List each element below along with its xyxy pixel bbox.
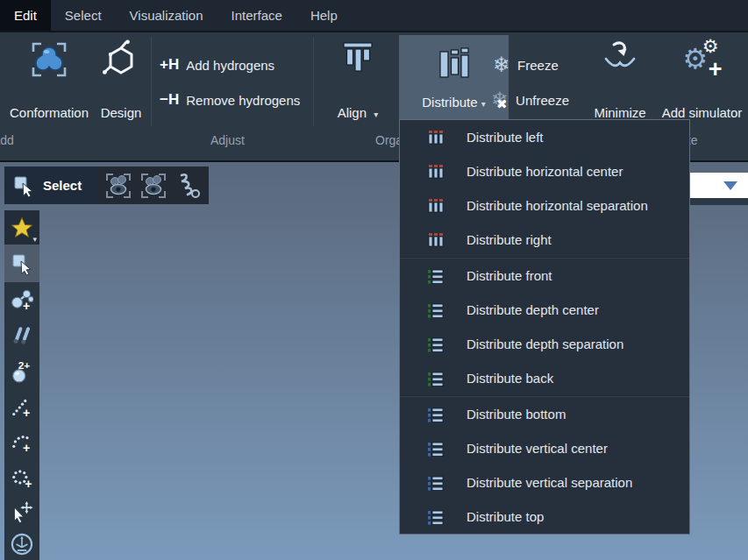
- distribute-label: Distribute ▾: [422, 95, 486, 110]
- distribute-vertical-icon: [426, 473, 445, 493]
- select-tool[interactable]: [4, 245, 39, 282]
- align-dropdown-arrow[interactable]: ▾: [374, 110, 378, 119]
- menu-item-label: Distribute vertical separation: [467, 475, 632, 490]
- menu-item-distribute-horizontal-center[interactable]: Distribute horizontal center: [400, 154, 689, 188]
- add-simulator-label: Add simulator: [662, 105, 743, 120]
- tab-select[interactable]: Select: [51, 0, 116, 31]
- tool-sidebar: ▾ +: [4, 210, 39, 560]
- distribute-vertical-icon: [426, 507, 445, 527]
- design-label: Design: [101, 105, 142, 120]
- ribbon-separator: [151, 37, 152, 126]
- add-chain-icon: +: [11, 396, 33, 419]
- menu-item-distribute-horizontal-separation[interactable]: Distribute horizontal separation: [400, 188, 689, 223]
- menu-item-label: Distribute left: [467, 130, 544, 145]
- menu-item-label: Distribute front: [467, 268, 552, 283]
- svg-text:+: +: [23, 441, 30, 454]
- menu-item-distribute-back[interactable]: Distribute back: [400, 361, 689, 395]
- design-hexagon-icon: [102, 39, 140, 80]
- navigation-gauge-tool[interactable]: [4, 528, 39, 560]
- align-label: Align ▾: [338, 105, 379, 120]
- combo-arrow-icon: [723, 181, 737, 190]
- app-window: Edit Select Visualization Interface Help…: [0, 0, 748, 560]
- add-atom-tool[interactable]: +: [4, 282, 39, 317]
- add-curve-tool[interactable]: +: [4, 425, 39, 460]
- freeze-label: Freeze: [517, 58, 559, 73]
- menu-item-distribute-right[interactable]: Distribute right: [400, 223, 689, 257]
- distribute-depth-icon: [426, 335, 445, 354]
- menu-item-distribute-front[interactable]: Distribute front: [400, 259, 689, 293]
- ribbon-separator: [313, 37, 314, 126]
- distribute-icon: [437, 46, 472, 82]
- distribute-depth-icon: [426, 301, 445, 320]
- group-label-adjust: Adjust: [210, 133, 245, 147]
- set-charge-tool[interactable]: 2+: [4, 352, 39, 390]
- add-atom-icon: +: [11, 288, 33, 311]
- freeze-snowflake-icon: ❄: [493, 54, 510, 75]
- menu-item-distribute-left[interactable]: Distribute left: [400, 120, 689, 154]
- minimize-arrow-icon: [602, 39, 638, 74]
- star-dropdown-arrow[interactable]: ▾: [32, 235, 37, 244]
- distribute-vertical-icon: [426, 439, 445, 458]
- freeze-button[interactable]: ❄ Freeze: [493, 51, 559, 79]
- favorites-star-tool[interactable]: ▾: [4, 210, 39, 245]
- move-tool[interactable]: [4, 495, 39, 528]
- menu-item-label: Distribute back: [467, 371, 553, 386]
- distribute-depth-icon: [426, 266, 445, 286]
- distribute-dropdown-menu: Distribute left Distribute horizontal ce…: [399, 119, 690, 535]
- star-icon: [10, 216, 34, 240]
- minus-h-icon: −H: [160, 91, 179, 109]
- select-label: Select: [43, 178, 82, 193]
- menu-item-label: Distribute depth separation: [467, 337, 623, 351]
- menu-item-distribute-bottom[interactable]: Distribute bottom: [400, 397, 689, 431]
- conformation-button[interactable]: Conformation: [7, 39, 91, 122]
- align-button[interactable]: Align ▾: [323, 39, 393, 122]
- menu-item-distribute-vertical-separation[interactable]: Distribute vertical separation: [400, 465, 689, 500]
- menu-item-label: Distribute horizontal separation: [467, 198, 648, 213]
- tab-help[interactable]: Help: [296, 0, 352, 31]
- menu-item-label: Distribute top: [467, 509, 544, 524]
- distribute-dropdown-arrow[interactable]: ▾: [481, 99, 486, 109]
- selection-option-icons: [98, 167, 209, 204]
- tab-edit[interactable]: Edit: [0, 0, 51, 31]
- charge-ion-icon: 2+: [11, 359, 33, 384]
- bond-sticks-icon: [11, 323, 33, 346]
- move-cursor-icon: [11, 500, 33, 523]
- svg-text:+: +: [25, 477, 32, 489]
- add-hydrogens-button[interactable]: +H Add hydrogens: [160, 51, 274, 79]
- selection-eye-molecule-icon: [139, 171, 168, 201]
- select-button[interactable]: Select: [4, 167, 98, 204]
- distribute-horizontal-icon: [426, 128, 445, 147]
- add-bond-tool[interactable]: [4, 317, 39, 352]
- add-chain-tool[interactable]: +: [4, 390, 39, 425]
- add-simulator-button[interactable]: ⚙⚙+ Add simulator: [656, 39, 748, 122]
- secondary-structure-helix-icon: [175, 172, 202, 200]
- add-ring-tool[interactable]: +: [4, 460, 39, 495]
- menu-item-distribute-vertical-center[interactable]: Distribute vertical center: [400, 431, 689, 465]
- selection-eye-molecule-icon: [103, 171, 133, 201]
- group-label-add: Add: [0, 133, 14, 147]
- unfreeze-snowflake-x-icon: ❄✖: [491, 89, 509, 110]
- select-hidden-button[interactable]: [137, 169, 170, 202]
- add-hydrogens-label: Add hydrogens: [186, 58, 274, 73]
- minimize-button[interactable]: Minimize: [583, 39, 657, 122]
- menu-item-label: Distribute horizontal center: [467, 164, 623, 179]
- menu-item-distribute-depth-center[interactable]: Distribute depth center: [400, 293, 689, 327]
- add-ring-icon: +: [11, 466, 33, 489]
- select-visible-button[interactable]: [102, 169, 135, 202]
- menu-item-distribute-depth-separation[interactable]: Distribute depth separation: [400, 327, 689, 361]
- minimize-label: Minimize: [594, 105, 645, 120]
- menu-item-label: Distribute depth center: [467, 302, 599, 317]
- tab-interface[interactable]: Interface: [217, 0, 296, 31]
- menu-item-label: Distribute right: [467, 232, 552, 247]
- add-simulator-gears-icon: ⚙⚙+: [683, 39, 722, 80]
- conformation-label: Conformation: [10, 105, 89, 120]
- svg-text:+: +: [23, 406, 30, 419]
- tab-visualization[interactable]: Visualization: [116, 0, 217, 31]
- menu-item-distribute-top[interactable]: Distribute top: [400, 500, 689, 534]
- selection-toolbar: Select: [4, 167, 209, 204]
- select-helix-button[interactable]: [172, 169, 205, 202]
- design-button[interactable]: Design: [93, 39, 149, 122]
- unfreeze-button[interactable]: ❄✖ Unfreeze: [491, 86, 569, 114]
- remove-hydrogens-label: Remove hydrogens: [186, 93, 300, 108]
- remove-hydrogens-button[interactable]: −H Remove hydrogens: [160, 86, 300, 114]
